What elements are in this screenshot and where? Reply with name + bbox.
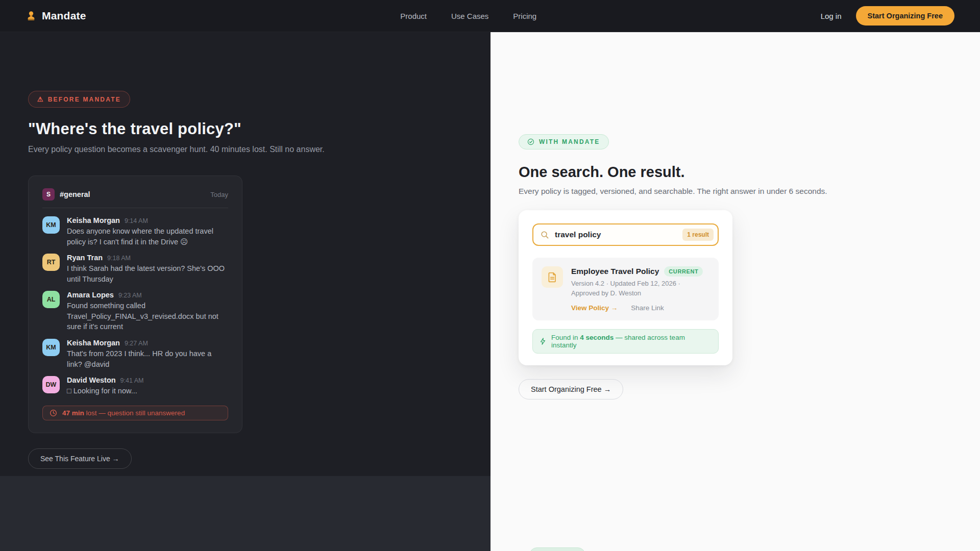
before-mandate-badge: ⚠ BEFORE MANDATE [28, 91, 130, 108]
chat-mockup-card: S #general Today KM Keisha Morgan 9:14 A… [28, 176, 242, 433]
found-status-bar: Found in 4 seconds — shared across team … [532, 329, 719, 354]
channel-avatar: S [42, 188, 55, 201]
brand[interactable]: Mandate [26, 10, 86, 22]
avatar: KM [42, 339, 60, 356]
message-author: Keisha Morgan [67, 216, 120, 224]
clock-icon [50, 409, 57, 417]
chat-message: RT Ryan Tran 9:18 AM I think Sarah had t… [42, 254, 228, 284]
search-input[interactable] [555, 230, 677, 239]
alert-text: 47 min lost — question still unanswered [62, 409, 185, 417]
next-section-badge-peek [529, 547, 585, 551]
message-time: 9:23 AM [118, 292, 142, 299]
message-time: 9:41 AM [120, 377, 144, 384]
next-section-strip [0, 476, 980, 551]
message-author: Ryan Tran [67, 254, 103, 262]
message-text: That's from 2023 I think... HR do you ha… [67, 348, 225, 369]
message-text: □ Looking for it now... [67, 386, 143, 396]
result-count-badge: 1 result [682, 229, 714, 241]
message-author: David Weston [67, 376, 116, 384]
message-time: 9:18 AM [107, 255, 131, 262]
result-title: Employee Travel Policy [571, 267, 659, 276]
document-icon [542, 266, 563, 288]
time-lost-alert: 47 min lost — question still unanswered [42, 406, 228, 420]
nav-link-pricing[interactable]: Pricing [513, 12, 536, 20]
message-time: 9:27 AM [125, 340, 148, 347]
current-status-badge: CURRENT [664, 266, 703, 277]
avatar: KM [42, 216, 60, 234]
with-mandate-badge-label: WITH MANDATE [539, 138, 600, 145]
top-nav: Mandate Product Use Cases Pricing Log in… [0, 0, 980, 32]
nav-link-product[interactable]: Product [400, 12, 427, 20]
next-section-light [491, 476, 980, 551]
hero-section: ⚠ BEFORE MANDATE "Where's the travel pol… [0, 32, 980, 476]
before-title: "Where's the travel policy?" [28, 120, 491, 138]
after-subtitle: Every policy is tagged, versioned, and s… [519, 187, 980, 196]
view-policy-link[interactable]: View Policy → [571, 304, 618, 312]
search-box[interactable]: 1 result [532, 223, 719, 246]
chat-message: KM Keisha Morgan 9:14 AM Does anyone kno… [42, 216, 228, 247]
login-link[interactable]: Log in [821, 12, 842, 20]
message-time: 9:14 AM [125, 217, 148, 224]
brand-name: Mandate [42, 10, 86, 22]
warning-icon: ⚠ [37, 95, 43, 103]
message-author: Amara Lopes [67, 291, 114, 299]
stamp-logo-icon [26, 10, 37, 21]
search-icon [541, 231, 549, 239]
message-author: Keisha Morgan [67, 339, 120, 347]
chat-divider [42, 208, 228, 208]
found-status-text: Found in 4 seconds — shared across team … [551, 334, 712, 349]
nav-links: Product Use Cases Pricing [400, 12, 536, 20]
avatar: DW [42, 376, 60, 393]
result-meta: Version 4.2 · Updated Feb 12, 2026 · App… [571, 279, 699, 298]
next-section-dark [0, 476, 491, 551]
chat-header: S #general Today [42, 188, 228, 201]
start-organizing-free-outline-button[interactable]: Start Organizing Free → [519, 379, 623, 399]
share-link[interactable]: Share Link [631, 304, 664, 312]
before-subtitle: Every policy question becomes a scavenge… [28, 145, 491, 154]
search-result-item[interactable]: Employee Travel Policy CURRENT Version 4… [532, 258, 719, 320]
chat-message: DW David Weston 9:41 AM □ Looking for it… [42, 376, 228, 396]
before-panel: ⚠ BEFORE MANDATE "Where's the travel pol… [0, 32, 491, 476]
nav-link-use-cases[interactable]: Use Cases [451, 12, 488, 20]
before-mandate-badge-label: BEFORE MANDATE [48, 96, 121, 103]
search-demo-card: 1 result Employee Travel Policy CURRENT … [519, 210, 732, 365]
nav-right: Log in Start Organizing Free [821, 6, 954, 26]
with-mandate-badge: WITH MANDATE [519, 134, 609, 149]
avatar: AL [42, 291, 60, 308]
message-text: Found something called Travel_Policy_FIN… [67, 300, 225, 332]
chat-date: Today [210, 191, 228, 198]
message-text: I think Sarah had the latest version? Sh… [67, 263, 225, 284]
message-text: Does anyone know where the updated trave… [67, 226, 225, 247]
check-circle-icon [527, 138, 534, 145]
channel-name: #general [60, 190, 90, 198]
after-panel: WITH MANDATE One search. One result. Eve… [491, 32, 980, 476]
chat-message: KM Keisha Morgan 9:27 AM That's from 202… [42, 339, 228, 369]
avatar: RT [42, 254, 60, 271]
chat-message: AL Amara Lopes 9:23 AM Found something c… [42, 291, 228, 332]
after-title: One search. One result. [519, 164, 980, 181]
lightning-icon [540, 338, 546, 345]
start-organizing-free-button[interactable]: Start Organizing Free [856, 6, 954, 26]
see-feature-live-button[interactable]: See This Feature Live → [28, 448, 132, 469]
